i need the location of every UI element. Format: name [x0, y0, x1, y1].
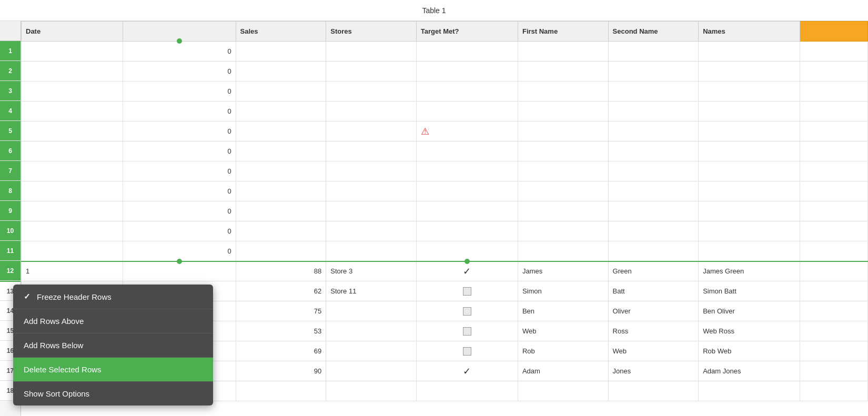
- extra-cell[interactable]: [800, 102, 868, 121]
- stores-cell[interactable]: [326, 241, 417, 261]
- extra-cell[interactable]: [800, 82, 868, 102]
- b-cell[interactable]: 0: [123, 102, 236, 121]
- names-cell[interactable]: [699, 161, 800, 181]
- secondname-cell-17[interactable]: Web: [608, 341, 699, 361]
- names-cell-partial[interactable]: [699, 381, 800, 401]
- date-cell-13[interactable]: 1: [22, 261, 123, 281]
- extra-cell-partial[interactable]: [800, 381, 868, 401]
- extra-cell-17[interactable]: [800, 341, 868, 361]
- row-num-5[interactable]: 5: [0, 121, 21, 141]
- extra-cell[interactable]: [800, 241, 868, 261]
- row-num-10[interactable]: 10: [0, 221, 21, 241]
- target-cell-13 center[interactable]: ✓: [416, 261, 518, 281]
- date-cell[interactable]: [22, 161, 123, 181]
- names-cell[interactable]: [699, 102, 800, 121]
- stores-cell[interactable]: [326, 201, 417, 221]
- names-cell[interactable]: [699, 42, 800, 62]
- sales-cell[interactable]: [236, 62, 326, 82]
- secondname-cell-14[interactable]: Batt: [608, 281, 699, 301]
- date-cell[interactable]: [22, 241, 123, 261]
- b-cell[interactable]: 0: [123, 141, 236, 161]
- names-cell[interactable]: [699, 141, 800, 161]
- sales-cell[interactable]: [236, 161, 326, 181]
- firstname-cell-13[interactable]: James: [518, 261, 608, 281]
- secondname-cell[interactable]: [608, 42, 699, 62]
- secondname-cell-16[interactable]: Ross: [608, 321, 699, 341]
- stores-cell-17[interactable]: [326, 341, 417, 361]
- secondname-cell[interactable]: [608, 82, 699, 102]
- b-cell[interactable]: 0: [123, 221, 236, 241]
- date-cell[interactable]: [22, 82, 123, 102]
- stores-cell[interactable]: [326, 141, 417, 161]
- stores-cell[interactable]: [326, 181, 417, 201]
- secondname-cell[interactable]: [608, 201, 699, 221]
- target-cell[interactable]: [416, 62, 518, 82]
- b-cell[interactable]: 0: [123, 161, 236, 181]
- target-cell[interactable]: [416, 161, 518, 181]
- firstname-cell[interactable]: [518, 102, 608, 121]
- target-cell-15[interactable]: [416, 301, 518, 321]
- firstname-cell[interactable]: [518, 161, 608, 181]
- b-cell[interactable]: 0: [123, 62, 236, 82]
- sales-cell[interactable]: [236, 82, 326, 102]
- col-header-b[interactable]: [123, 22, 236, 42]
- menu-item-add-above[interactable]: Add Rows Above: [13, 309, 213, 333]
- extra-cell-14[interactable]: [800, 281, 868, 301]
- col-header-target[interactable]: Target Met?: [416, 22, 518, 42]
- secondname-cell[interactable]: [608, 121, 699, 141]
- names-cell[interactable]: [699, 221, 800, 241]
- stores-cell[interactable]: [326, 221, 417, 241]
- extra-cell[interactable]: [800, 121, 868, 141]
- col-header-date[interactable]: Date: [22, 22, 123, 42]
- extra-cell[interactable]: [800, 42, 868, 62]
- stores-cell-partial[interactable]: [326, 381, 417, 401]
- col-header-names[interactable]: Names: [699, 22, 800, 42]
- firstname-cell[interactable]: [518, 62, 608, 82]
- date-cell[interactable]: [22, 62, 123, 82]
- stores-cell[interactable]: [326, 42, 417, 62]
- menu-item-sort[interactable]: Show Sort Options: [13, 382, 213, 405]
- extra-cell[interactable]: [800, 181, 868, 201]
- names-cell[interactable]: [699, 201, 800, 221]
- firstname-cell[interactable]: [518, 201, 608, 221]
- target-cell[interactable]: [416, 221, 518, 241]
- sales-cell-14[interactable]: 62: [236, 281, 326, 301]
- names-cell-18[interactable]: Adam Jones: [699, 361, 800, 381]
- firstname-cell-partial[interactable]: [518, 381, 608, 401]
- stores-cell-14[interactable]: Store 11: [326, 281, 417, 301]
- stores-cell-13[interactable]: Store 3: [326, 261, 417, 281]
- target-cell-18[interactable]: ✓: [416, 361, 518, 381]
- extra-cell-15[interactable]: [800, 301, 868, 321]
- extra-cell[interactable]: [800, 62, 868, 82]
- row-num-12[interactable]: 12: [0, 261, 21, 281]
- b-cell[interactable]: 0: [123, 241, 236, 261]
- extra-cell[interactable]: [800, 201, 868, 221]
- row-num-2[interactable]: 2: [0, 61, 21, 81]
- col-header-extra[interactable]: [800, 22, 868, 42]
- firstname-cell[interactable]: [518, 121, 608, 141]
- sales-cell[interactable]: [236, 121, 326, 141]
- target-cell center[interactable]: ⚠: [416, 121, 518, 141]
- names-cell[interactable]: [699, 82, 800, 102]
- names-cell-14[interactable]: Simon Batt: [699, 281, 800, 301]
- sales-cell[interactable]: [236, 102, 326, 121]
- names-cell[interactable]: [699, 241, 800, 261]
- firstname-cell-15[interactable]: Ben: [518, 301, 608, 321]
- secondname-cell[interactable]: [608, 241, 699, 261]
- firstname-cell-17[interactable]: Rob: [518, 341, 608, 361]
- stores-cell[interactable]: [326, 102, 417, 121]
- names-cell-13[interactable]: James Green: [699, 261, 800, 281]
- sales-cell-13[interactable]: 88: [236, 261, 326, 281]
- stores-cell[interactable]: [326, 62, 417, 82]
- target-cell-16[interactable]: [416, 321, 518, 341]
- col-header-firstname[interactable]: First Name: [518, 22, 608, 42]
- secondname-cell[interactable]: [608, 102, 699, 121]
- col-header-secondname[interactable]: Second Name: [608, 22, 699, 42]
- names-cell[interactable]: [699, 121, 800, 141]
- stores-cell[interactable]: [326, 121, 417, 141]
- row-num-9[interactable]: 9: [0, 201, 21, 221]
- sales-cell[interactable]: [236, 241, 326, 261]
- firstname-cell[interactable]: [518, 241, 608, 261]
- menu-item-add-below[interactable]: Add Rows Below: [13, 333, 213, 358]
- target-cell-17[interactable]: [416, 341, 518, 361]
